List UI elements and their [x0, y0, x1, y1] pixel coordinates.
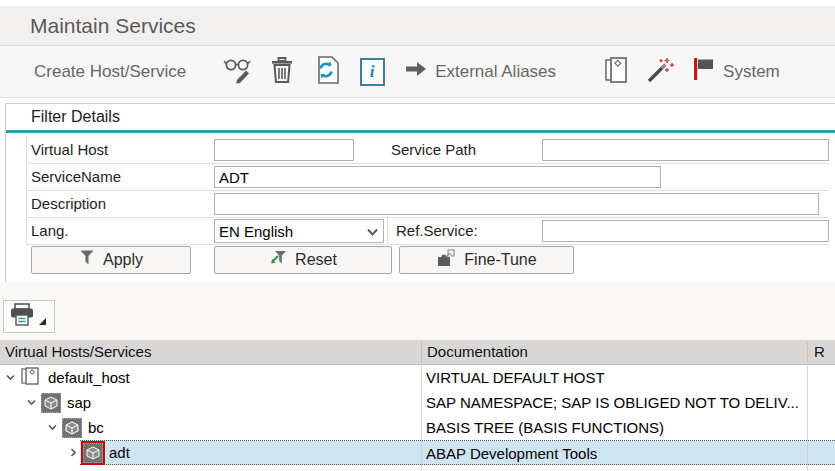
- doc-cell[interactable]: SAP NAMESPACE; SAP IS OBLIGED NOT TO DEL…: [422, 390, 835, 415]
- delete-button[interactable]: [266, 55, 298, 89]
- filter-details-group: Filter Details Virtual Host Service Path…: [5, 103, 835, 283]
- flag-icon: [690, 56, 716, 87]
- header-column-separator: [807, 342, 808, 362]
- service-path-input[interactable]: [542, 139, 829, 161]
- chevron-down-icon[interactable]: [46, 422, 58, 433]
- printer-icon: [8, 303, 36, 331]
- chevron-down-icon[interactable]: [25, 397, 37, 408]
- filter-funnel-icon: [79, 249, 95, 271]
- tree-cell[interactable]: adt: [0, 440, 421, 465]
- tree-row[interactable]: sap SAP NAMESPACE; SAP IS OBLIGED NOT TO…: [0, 390, 835, 415]
- service-path-label: Service Path: [391, 137, 476, 163]
- row-divider: [26, 190, 829, 191]
- tree-row[interactable]: default_host VIRTUAL DEFAULT HOST: [0, 365, 835, 390]
- external-aliases-label: External Aliases: [435, 62, 556, 82]
- external-aliases-button[interactable]: External Aliases: [404, 60, 556, 83]
- title-bar: Maintain Services: [0, 6, 835, 46]
- display-change-button[interactable]: [222, 55, 254, 89]
- tree-table-header: Virtual Hosts/Services Documentation R: [0, 340, 835, 365]
- chevron-down-icon: [366, 223, 379, 240]
- node-icon-cell: [62, 418, 82, 438]
- package-icon: [62, 418, 82, 438]
- info-icon: i: [360, 58, 385, 86]
- application-toolbar: Create Host/Service: [0, 46, 835, 98]
- node-icon-cell: [83, 443, 103, 463]
- language-dropdown[interactable]: EN English: [214, 219, 384, 243]
- column-header-documentation[interactable]: Documentation: [427, 340, 802, 364]
- tree-cell[interactable]: default_host: [0, 365, 421, 390]
- info-button[interactable]: i: [356, 55, 388, 89]
- tree-node-label: sap: [67, 394, 91, 411]
- apply-button-label: Apply: [103, 251, 143, 269]
- reset-funnel-icon: [269, 249, 287, 271]
- tree-cell[interactable]: sap: [0, 390, 421, 415]
- virtual-host-label: Virtual Host: [31, 137, 108, 163]
- tree-node-label: default_host: [48, 369, 130, 386]
- refresh-icon: [312, 55, 340, 89]
- tree-row[interactable]: bc BASIS TREE (BASIS FUNCTIONS): [0, 415, 835, 440]
- row-divider: [26, 244, 829, 245]
- service-name-label: ServiceName: [31, 164, 121, 190]
- body-column-separator: [807, 365, 808, 471]
- node-icon-cell: [41, 393, 61, 413]
- sicf-maintain-services-window: Maintain Services Create Host/Service: [0, 0, 835, 471]
- display-change-icon: [222, 56, 254, 88]
- fine-tune-button[interactable]: Fine-Tune: [399, 246, 574, 274]
- tree-node-label: bc: [88, 419, 104, 436]
- create-host-service-button[interactable]: Create Host/Service: [34, 62, 186, 82]
- column-header-hosts[interactable]: Virtual Hosts/Services: [5, 340, 415, 364]
- lang-row-divider: [387, 218, 388, 244]
- refresh-button[interactable]: [310, 55, 342, 89]
- description-input[interactable]: [214, 193, 819, 215]
- tree-table-body: default_host VIRTUAL DEFAULT HOST: [0, 365, 835, 471]
- fine-tune-button-label: Fine-Tune: [464, 251, 536, 269]
- page-title: Maintain Services: [30, 14, 196, 38]
- trash-icon: [269, 55, 295, 89]
- row-divider: [26, 163, 829, 164]
- print-button[interactable]: [3, 300, 55, 333]
- puzzle-icon: [436, 248, 456, 272]
- magic-wand-icon: [645, 55, 675, 89]
- tree-cell[interactable]: bc: [0, 415, 421, 440]
- port-icon: [601, 55, 631, 89]
- chevron-down-icon[interactable]: [4, 372, 16, 383]
- port-information-button[interactable]: [600, 55, 632, 89]
- body-column-separator: [421, 365, 422, 471]
- virtual-host-input[interactable]: [214, 139, 354, 161]
- chevron-right-icon[interactable]: [67, 447, 79, 458]
- tree-row[interactable]: adt ABAP Development Tools: [0, 440, 835, 465]
- apply-button[interactable]: Apply: [31, 246, 191, 274]
- language-value: EN English: [219, 223, 293, 240]
- doc-cell[interactable]: BASIS TREE (BASIS FUNCTIONS): [422, 415, 835, 440]
- package-icon: [83, 443, 103, 463]
- doc-cell[interactable]: ABAP Development Tools: [422, 440, 835, 465]
- filter-details-title: Filter Details: [31, 108, 120, 126]
- list-toolbar-strip: [0, 282, 835, 340]
- description-label: Description: [31, 191, 106, 217]
- service-name-input[interactable]: [214, 166, 661, 188]
- doc-cell[interactable]: VIRTUAL DEFAULT HOST: [422, 365, 835, 390]
- column-header-ref[interactable]: R: [814, 340, 834, 364]
- language-label: Lang.: [31, 218, 69, 244]
- header-column-separator: [421, 342, 422, 362]
- tree-node-label: adt: [109, 444, 130, 461]
- system-menu-button[interactable]: System: [690, 56, 780, 87]
- accent-rule: [6, 130, 835, 133]
- ref-service-label: Ref.Service:: [396, 218, 478, 244]
- package-icon: [41, 393, 61, 413]
- reset-button[interactable]: Reset: [214, 246, 392, 274]
- node-icon-cell: [20, 366, 42, 390]
- wizard-button[interactable]: [644, 55, 676, 89]
- menu-corner-triangle-icon: [39, 318, 46, 325]
- tree-rows: default_host VIRTUAL DEFAULT HOST: [0, 365, 835, 465]
- right-arrow-icon: [404, 60, 428, 83]
- system-menu-label: System: [723, 62, 780, 82]
- row-highlight: [80, 440, 421, 465]
- ref-service-input[interactable]: [542, 220, 829, 242]
- virtual-host-icon: [20, 366, 42, 390]
- reset-button-label: Reset: [295, 251, 337, 269]
